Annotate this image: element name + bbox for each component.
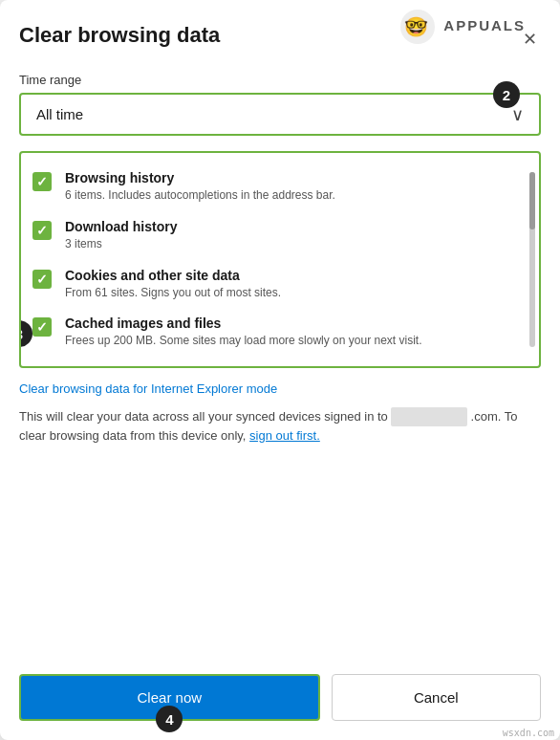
footer-buttons: Clear now 4 Cancel (19, 674, 541, 721)
clear-now-button[interactable]: Clear now 4 (19, 674, 320, 721)
cached-checkbox[interactable]: ✓ (32, 317, 52, 337)
download-history-text: Download history 3 items (65, 219, 528, 252)
blurred-account (391, 407, 466, 426)
download-history-label: Download history (65, 219, 528, 234)
badge-2: 2 (493, 81, 520, 108)
time-range-select[interactable]: Last hour Last 24 hours Last 7 days Last… (21, 95, 539, 134)
scrollbar-thumb (529, 172, 535, 229)
checkbox-item-browsing-history: ✓ Browsing history 6 items. Includes aut… (32, 163, 528, 211)
download-history-checkbox[interactable]: ✓ (32, 221, 52, 240)
footer-wrapper: Clear now 4 Cancel (19, 674, 541, 721)
checkmark-icon: ✓ (36, 320, 48, 334)
checkmark-icon: ✓ (36, 272, 48, 286)
cookies-text: Cookies and other site data From 61 site… (65, 268, 528, 301)
time-range-wrapper: 2 Last hour Last 24 hours Last 7 days La… (19, 93, 541, 136)
cached-label: Cached images and files (65, 316, 528, 331)
cached-text: Cached images and files Frees up 200 MB.… (65, 316, 528, 349)
brand-mascot: 🤓 (400, 10, 435, 44)
time-range-label: Time range (19, 73, 541, 87)
cookies-label: Cookies and other site data (65, 268, 528, 283)
sign-out-link[interactable]: sign out first. (249, 428, 320, 443)
info-text: This will clear your data across all you… (19, 407, 541, 640)
brand-name: APPUALS (443, 17, 526, 33)
checkmark-icon: ✓ (36, 224, 48, 237)
checkmark-icon: ✓ (36, 175, 48, 188)
cookies-desc: From 61 sites. Signs you out of most sit… (65, 285, 528, 301)
badge-3: 3 (19, 320, 32, 347)
cached-desc: Frees up 200 MB. Some sites may load mor… (65, 333, 528, 349)
checkbox-item-cookies: ✓ Cookies and other site data From 61 si… (32, 260, 528, 309)
browsing-history-text: Browsing history 6 items. Includes autoc… (65, 170, 528, 204)
info-text-part1: This will clear your data across all you… (19, 409, 388, 424)
page-title: Clear browsing data (19, 23, 220, 48)
checkbox-item-cached: ✓ Cached images and files Frees up 200 M… (32, 308, 528, 357)
browsing-history-checkbox[interactable]: ✓ (32, 172, 52, 191)
checkbox-item-download-history: ✓ Download history 3 items (32, 211, 528, 260)
cancel-button[interactable]: Cancel (332, 674, 541, 721)
badge-4: 4 (156, 706, 183, 732)
clear-now-label: Clear now (138, 689, 203, 706)
checkboxes-section: 3 ✓ Browsing history 6 items. Includes a… (19, 151, 541, 368)
ie-mode-link[interactable]: Clear browsing data for Internet Explore… (19, 381, 541, 396)
browsing-history-label: Browsing history (65, 170, 528, 185)
watermark: wsxdn.com (503, 728, 554, 738)
browsing-history-desc: 6 items. Includes autocompletions in the… (65, 187, 528, 204)
download-history-desc: 3 items (65, 236, 528, 252)
scrollbar[interactable] (529, 172, 535, 347)
clear-browsing-data-dialog: Clear browsing data ✕ 🤓 APPUALS Time ran… (0, 0, 560, 740)
brand-logo: 🤓 APPUALS (400, 10, 526, 44)
cookies-checkbox[interactable]: ✓ (32, 270, 52, 289)
